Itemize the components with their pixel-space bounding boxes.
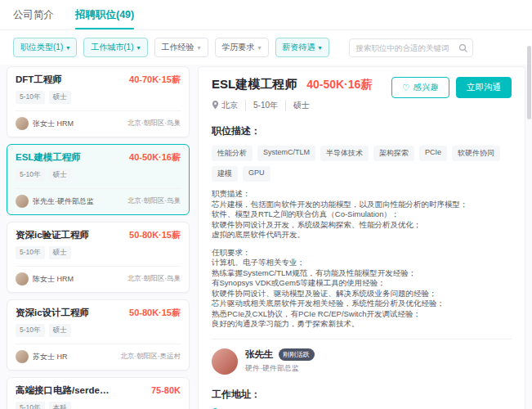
job-card[interactable]: 资深ic验证工程师 50-80K·15薪 5-10年 硕士 陈女士 HRM 北京… [7,222,190,293]
description-line: 芯片建模，包括面向软件开发的功能模型，以及面向性能分析的时序模型； [212,200,512,210]
interest-label: 感兴趣 [414,82,440,93]
degree-tag: 硕士 [49,246,71,259]
description-line: 芯片驱动或相关底层软件开发相关经验，系统性能分析及优化经验； [212,299,512,309]
chevron-down-icon: ▾ [136,44,140,52]
description-heading: 职位描述： [212,124,512,138]
description-line: 熟悉PCIe及CXL协议，有PCIe RC/EP/Switch开发调试经验； [212,309,512,320]
job-card-header: 资深ic验证工程师 50-80K·15薪 [16,229,181,241]
contact-name: 陈女士 HRM [33,274,74,285]
skill-tag: 性能分析 [212,146,253,161]
chevron-down-icon: ▾ [66,44,69,52]
job-salary: 50-80K·15薪 [129,229,181,241]
job-salary: 75-80K [151,385,181,395]
job-card[interactable]: 资深ic设计工程师 50-80K·15薪 5-10年 硕士 苏女士 HR 北京·… [7,299,190,371]
skill-tag: GPU [243,166,270,182]
job-location: 北京·朝阳区·奥运村 [120,352,181,362]
contact-name: 张女士 HRM [33,119,74,129]
skill-tags: 性能分析 SystemC/TLM 半导体技术 架构探索 PCIe 软硬件协同 建… [212,146,512,182]
filter-dropdown[interactable]: 学历要求 ▾ [215,38,269,57]
tab[interactable]: 公司简介 [13,8,54,29]
job-card-footer: 张女士 HRM 北京·朝阳区·鸟巢 [16,110,181,130]
meta-city: 北京 [221,100,238,111]
job-title: 高端接口电路/serdes电路设计 [16,384,112,397]
detail-actions: ♡ 感兴趣 立即沟通 [391,77,512,98]
interest-button[interactable]: ♡ 感兴趣 [391,77,449,98]
location-pin-icon [212,101,219,111]
skill-tag: 软硬件协同 [452,146,500,161]
job-card-footer: 陈女士 HRM 北京·朝阳区·鸟巢 [16,266,181,285]
experience-tag: 5-10年 [16,91,45,104]
avatar [16,272,29,285]
skill-tag: PCIe [419,146,447,161]
skill-tag: 架构探索 [373,146,414,161]
chevron-down-icon: ▾ [198,44,201,52]
job-card[interactable]: 高端接口电路/serdes电路设计 75-80K 5-10年 本科 饶先生·经理… [7,377,190,409]
recruiter-avatar [212,348,238,375]
job-card-footer: 苏女士 HR 北京·朝阳区·奥运村 [16,344,181,363]
job-card-tags: 5-10年 本科 [16,402,181,409]
job-card[interactable]: ESL建模工程师 40-50K·16薪 5-10年 硕士 张先生·硬件部总监 北… [7,144,190,215]
filter-label: 学历要求 [222,42,255,53]
job-title: 资深ic验证工程师 [16,229,89,241]
job-card[interactable]: DFT工程师 40-70K·15薪 5-10年 硕士 张女士 HRM 北京·朝阳… [7,66,190,137]
detail-head-left: ESL建模工程师 40-50K·16薪 北京 5-10年 硕士 [212,77,372,111]
job-location: 北京·朝阳区·鸟巢 [127,119,181,128]
contact-name: 苏女士 HR [33,352,68,362]
scrollbar[interactable] [527,29,531,407]
contact-name: 张先生·硬件部总监 [33,196,94,207]
filter-dropdown[interactable]: 职位类型(1) ▾ [13,38,77,57]
meta-degree: 硕士 [285,100,310,111]
active-status-badge: 刚刚活跃 [279,348,315,361]
job-location: 北京·朝阳区·鸟巢 [127,196,181,206]
degree-tag: 本科 [49,402,71,409]
filter-bar: 职位类型(1) ▾ 工作城市(1) ▾ 工作经验 ▾ 学历要求 ▾ 薪资待遇 ▾ [0,30,532,65]
address-heading: 工作地址： [212,388,512,402]
divider [212,339,512,339]
heart-icon: ♡ [402,83,409,92]
job-card-tags: 5-10年 硕士 [16,246,181,259]
job-location: 北京·朝阳区·鸟巢 [127,274,181,284]
page-title: ESL建模工程师 [212,77,297,92]
chat-button[interactable]: 立即沟通 [456,77,512,98]
tab[interactable]: 招聘职位(49) [75,8,134,29]
job-description: 职责描述： 芯片建模，包括面向软件开发的功能模型，以及面向性能分析的时序模型； … [212,189,512,330]
description-line: 有Synopsys VDK或Gem5等建模工具的使用经验； [212,278,512,289]
avatar [16,350,29,363]
degree-tag: 硕士 [49,91,71,104]
chevron-down-icon: ▾ [258,44,262,52]
recruiter-row[interactable]: 张先生 刚刚活跃 硬件·硬件部总监 [212,348,512,375]
chevron-down-icon: ▾ [319,44,322,52]
job-salary: 40-70K·15薪 [129,74,181,86]
filter-dropdown[interactable]: 薪资待遇 ▾ [275,38,329,57]
filter-label: 工作城市(1) [91,42,133,53]
description-line [212,240,512,248]
description-line: 软硬件协同设计及开发，系统级架构探索、性能分析及优化； [212,220,512,231]
description-line: 计算机、电子等相关专业； [212,258,512,268]
scrollbar-thumb[interactable] [527,46,531,119]
search-box [349,38,473,57]
skill-tag: 半导体技术 [320,146,369,161]
description-line: 职责描述： [212,189,512,200]
meta-experience: 5-10年 [245,100,278,111]
description-line: 虚拟的底层软件代码开发。 [212,230,512,240]
description-line: 任职要求： [212,248,512,258]
filter-label: 职位类型(1) [20,42,63,53]
description-line: 软件、模型及RTL之间的联合仿真（Co-Simulation）； [212,209,512,220]
degree-tag: 硕士 [49,324,71,337]
description-line: 软硬件协同设计、驱动模型及验证、解决系统级业务问题的经验； [212,289,512,299]
filter-dropdown[interactable]: 工作经验 ▾ [154,38,208,57]
job-card-header: 资深ic设计工程师 50-80K·15薪 [16,307,181,319]
page-tabs: 公司简介 招聘职位(49) [0,0,532,30]
avatar [16,117,29,130]
filter-dropdown[interactable]: 工作城市(1) ▾ [83,38,147,57]
experience-tag: 5-10年 [16,169,45,182]
skill-tag: 建模 [212,166,238,182]
detail-meta: 北京 5-10年 硕士 [212,100,372,111]
job-card-header: DFT工程师 40-70K·15薪 [16,74,181,86]
search-icon[interactable] [458,42,468,56]
job-card-tags: 5-10年 硕士 [16,91,181,104]
recruiter-title: 硬件·硬件部总监 [245,363,315,374]
search-input[interactable] [349,38,473,57]
job-salary: 50-80K·15薪 [129,307,181,319]
job-card-tags: 5-10年 硕士 [16,324,181,337]
